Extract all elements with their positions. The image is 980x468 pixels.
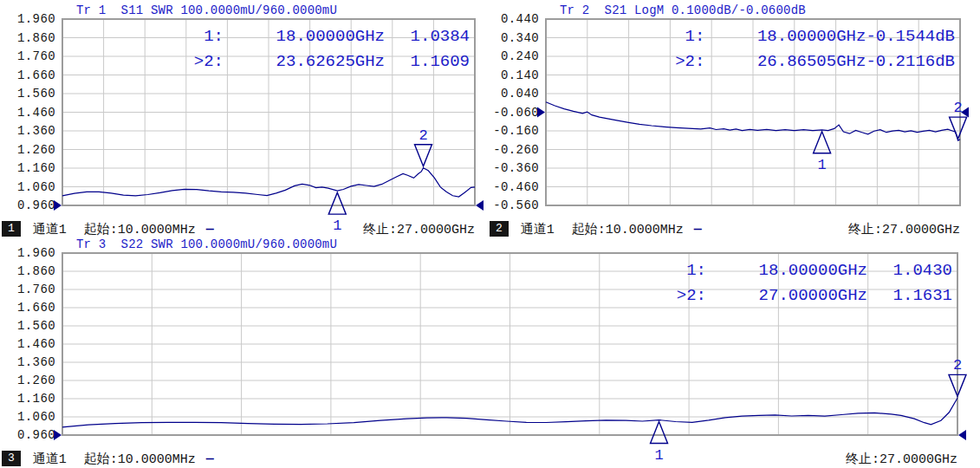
stop-frequency-label: 终止:27.0000GHz [846, 451, 957, 467]
y-axis-tick-label: -0.260 [484, 143, 539, 157]
y-axis-tick-label: 1.660 [0, 301, 55, 315]
marker-readout-label: >2: [184, 49, 224, 75]
y-axis-tick-label: 0.440 [484, 12, 539, 26]
status-bar-channel1-trace3: 3 通道1 起始:10.0000MHz — 终止:27.0000GHz [2, 450, 957, 467]
trace-2-title[interactable]: Tr 2 S21 LogM 0.1000dB/-0.0600dB [560, 3, 806, 17]
ref-level-arrow-right[interactable] [958, 430, 966, 440]
trace-1-badge[interactable]: 1 [2, 221, 21, 237]
marker-readout-line: >2:26.86505GHz-0.2116dB [665, 49, 955, 75]
y-axis-tick-label: 1.060 [0, 410, 55, 424]
y-axis-tick-label: 1.260 [0, 374, 55, 387]
marker-readout-frequency: 18.00000GHz [706, 258, 867, 283]
y-axis-tick-label: 0.240 [484, 49, 539, 63]
trace-color-dash: — [206, 452, 214, 466]
y-axis-tick-label: -0.160 [484, 124, 539, 138]
y-axis-tick-label: 0.140 [484, 68, 539, 82]
trace-2-badge[interactable]: 2 [490, 221, 509, 237]
trace-1-title[interactable]: Tr 1 S11 SWR 100.0000mU/960.0000mU [76, 3, 337, 17]
marker-readout-line: 1:18.00000GHz1.0384 [184, 24, 470, 49]
marker-readout-line: >2:27.00000GHz1.1631 [666, 283, 952, 309]
y-axis-tick-label: 1.760 [0, 49, 55, 63]
trace-1-marker-readout: 1:18.00000GHz1.0384>2:23.62625GHz1.1609 [184, 24, 470, 75]
marker-readout-value: 1.1609 [385, 49, 470, 75]
marker-readout-line: >2:23.62625GHz1.1609 [184, 49, 470, 75]
trace-3-badge[interactable]: 3 [2, 451, 21, 466]
y-axis-tick-label: -0.060 [484, 106, 539, 120]
marker-2-triangle[interactable] [950, 117, 967, 139]
y-axis-tick-label: -0.560 [484, 198, 539, 212]
marker-2-label: 2 [953, 357, 962, 374]
status-bar-channel1-trace1: 1 通道1 起始:10.0000MHz — 终止:27.0000GHz [2, 220, 475, 237]
trace-2-marker-readout: 1:18.00000GHz-0.1544dB>2:26.86505GHz-0.2… [665, 24, 955, 75]
marker-1-label: 1 [818, 157, 827, 173]
y-axis-tick-label: 1.460 [0, 106, 55, 120]
marker-readout-value: 1.1631 [867, 283, 952, 309]
channel-label: 通道1 [33, 451, 67, 467]
marker-readout-label: 1: [665, 24, 704, 49]
stop-frequency-label: 终止:27.0000GHz [363, 221, 475, 237]
marker-readout-value: -0.1544dB [866, 24, 955, 49]
marker-2-label: 2 [419, 127, 427, 144]
trace-3-marker-readout: 1:18.00000GHz1.0430>2:27.00000GHz1.1631 [666, 258, 952, 309]
y-axis-tick-label: 1.760 [0, 283, 55, 296]
y-axis-tick-label: 0.340 [484, 31, 539, 45]
y-axis-tick-label: 0.040 [484, 87, 539, 101]
ref-level-arrow-right[interactable] [476, 200, 484, 211]
marker-readout-label: 1: [184, 24, 224, 49]
marker-readout-line: 1:18.00000GHz1.0430 [666, 258, 952, 283]
y-axis-tick-label: 0.960 [0, 428, 55, 442]
marker-2-triangle[interactable] [415, 145, 432, 166]
marker-1-triangle[interactable] [651, 422, 668, 444]
y-axis-tick-label: 1.360 [0, 355, 55, 369]
y-axis-tick-label: 1.260 [0, 143, 55, 157]
y-axis-tick-label: 1.160 [0, 392, 55, 406]
marker-readout-label: 1: [666, 258, 706, 283]
marker-readout-line: 1:18.00000GHz-0.1544dB [665, 24, 955, 49]
y-axis-tick-label: 0.960 [0, 198, 55, 212]
y-axis-tick-label: 1.960 [0, 246, 55, 260]
channel-label: 通道1 [33, 221, 67, 237]
trace-color-dash: — [694, 222, 702, 237]
y-axis-tick-label: 1.560 [0, 319, 55, 333]
marker-readout-frequency: 26.86505GHz [704, 49, 866, 75]
marker-readout-label: >2: [665, 49, 704, 75]
trace-panel-1: Tr 1 S11 SWR 100.0000mU/960.0000mU 1.960… [0, 0, 484, 217]
y-axis-tick-label: 1.060 [0, 180, 55, 194]
start-frequency-label: 起始:10.0000MHz [572, 221, 684, 237]
status-bar-channel1-trace2: 2 通道1 起始:10.0000MHz — 终止:27.0000GHz [490, 220, 960, 237]
vna-screen: Tr 1 S11 SWR 100.0000mU/960.0000mU 1.960… [0, 0, 980, 468]
y-axis-tick-label: 1.460 [0, 337, 55, 351]
y-axis-tick-label: -0.460 [484, 180, 539, 194]
y-axis-tick-label: 1.960 [0, 12, 55, 26]
stop-frequency-label: 终止:27.0000GHz [848, 221, 960, 237]
marker-readout-label: >2: [666, 283, 706, 309]
ref-level-arrow-left[interactable] [537, 107, 545, 118]
marker-readout-frequency: 27.00000GHz [706, 283, 867, 309]
marker-readout-value: 1.0430 [867, 258, 952, 283]
y-axis-tick-label: 1.560 [0, 87, 55, 101]
start-frequency-label: 起始:10.0000MHz [84, 451, 196, 467]
trace-color-dash: — [206, 222, 214, 237]
y-axis-tick-label: -0.360 [484, 161, 539, 175]
y-axis-tick-label: 1.360 [0, 124, 55, 138]
y-axis-tick-label: 1.160 [0, 161, 55, 175]
ref-level-arrow-left[interactable] [54, 200, 62, 211]
channel-label: 通道1 [521, 221, 555, 237]
marker-readout-frequency: 23.62625GHz [224, 49, 385, 75]
marker-readout-frequency: 18.00000GHz [704, 24, 866, 49]
y-axis-tick-label: 1.660 [0, 68, 55, 82]
trace-panel-3: Tr 3 S22 SWR 100.0000mU/960.0000mU 1.960… [0, 236, 980, 449]
trace-3-title[interactable]: Tr 3 S22 SWR 100.0000mU/960.0000mU [76, 237, 337, 251]
marker-readout-value: 1.0384 [385, 24, 470, 49]
marker-1-triangle[interactable] [328, 192, 346, 214]
y-axis-tick-label: 1.860 [0, 31, 55, 45]
marker-readout-frequency: 18.00000GHz [224, 24, 385, 49]
start-frequency-label: 起始:10.0000MHz [84, 221, 196, 237]
marker-2-label: 2 [954, 100, 963, 116]
marker-readout-value: -0.2116dB [866, 49, 955, 75]
ref-level-arrow-left[interactable] [54, 430, 62, 440]
trace-panel-2: Tr 2 S21 LogM 0.1000dB/-0.0600dB 0.4400.… [484, 0, 980, 217]
y-axis-tick-label: 1.860 [0, 264, 55, 278]
marker-1-triangle[interactable] [814, 132, 831, 153]
